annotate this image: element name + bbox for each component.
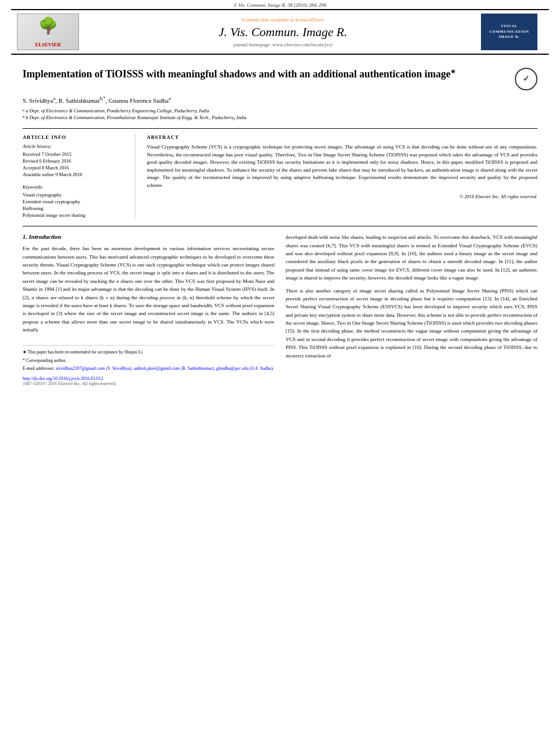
crossmark-icon: ✓ bbox=[523, 74, 530, 84]
paper-title: Implementation of TiOISSS with meaningfu… bbox=[23, 68, 450, 80]
author-affiliations: a a Dept. of Electronics & Communication… bbox=[23, 107, 537, 122]
keyword-2: Extended visual cryptography bbox=[23, 199, 126, 204]
article-info-label: ARTICLE INFO bbox=[23, 134, 126, 140]
elsevier-logo: 🌳 ELSEVIER bbox=[17, 14, 79, 50]
abstract-label: ABSTRACT bbox=[147, 134, 537, 140]
journal-title-text: J. Vis. Commun. Image R. bbox=[218, 25, 347, 39]
email3-text: gfsudha@pec.edu (G.F. Sudha). bbox=[216, 366, 274, 371]
intro-section-title: Introduction bbox=[29, 233, 61, 240]
visual-logo-line2: COMMUNICATION bbox=[489, 29, 530, 35]
revised-date: Revised 6 February 2016 bbox=[23, 158, 126, 164]
paper-authors: S. Srividhyaa, R. Sathishkumarb,*, Gnano… bbox=[23, 96, 537, 104]
elsevier-logo-area: 🌳 ELSEVIER bbox=[17, 14, 85, 50]
affiliation-2-text: b Dept. of Electronics & Communication, … bbox=[26, 114, 247, 121]
intro-heading: 1. Introduction bbox=[23, 233, 274, 240]
footnote-corresponding: * Corresponding author. bbox=[23, 357, 274, 364]
journal-title-area: Contents lists available at ScienceDirec… bbox=[85, 17, 481, 47]
received-date: Received 7 October 2015 bbox=[23, 151, 126, 157]
accepted-date: Accepted 8 March 2016 bbox=[23, 165, 126, 171]
elsevier-tree-icon: 🌳 bbox=[38, 16, 58, 35]
visual-communication-logo: VISUAL COMMUNICATION IMAGE R. bbox=[481, 14, 537, 50]
paper-title-text: Implementation of TiOISSS with meaningfu… bbox=[23, 68, 509, 81]
intro-paragraph3: There is also another category of image … bbox=[286, 287, 537, 360]
email1-text: srividhya2207@gmail.com (S. Srividhya), bbox=[56, 366, 133, 371]
abstract-column: ABSTRACT Visual Cryptography Scheme (VCS… bbox=[147, 134, 537, 219]
main-body: 1. Introduction For the past decade, the… bbox=[23, 226, 537, 386]
journal-header: 🌳 ELSEVIER Contents lists available at S… bbox=[11, 9, 549, 55]
abstract-text: Visual Cryptography Scheme (VCS) is a cr… bbox=[147, 143, 537, 189]
keywords-label: Keywords: bbox=[23, 184, 126, 190]
journal-main-title: J. Vis. Commun. Image R. bbox=[85, 25, 481, 40]
copyright-line: © 2016 Elsevier Inc. All rights reserved… bbox=[147, 194, 537, 199]
homepage-label: journal homepage: bbox=[233, 42, 271, 47]
sciencedirect-link: Contents lists available at ScienceDirec… bbox=[85, 17, 481, 23]
aff-sup-b: b bbox=[23, 114, 25, 120]
elsevier-text: ELSEVIER bbox=[35, 42, 61, 47]
keyword-1: Visual cryptography bbox=[23, 192, 126, 198]
visual-logo-line1: VISUAL bbox=[489, 24, 530, 29]
paper-title-section: Implementation of TiOISSS with meaningfu… bbox=[23, 63, 537, 121]
doi-text: http://dx.doi.org/10.1016/j.jvcir.2016.0… bbox=[23, 376, 103, 381]
email2-text: sathish.pkiet@gmail.com (R. Sathishkumar… bbox=[134, 366, 215, 371]
body-right-column: developed dealt with noise like shares, … bbox=[286, 233, 537, 386]
top-citation: J. Vis. Commun. Image R. 38 (2016) 284–2… bbox=[0, 0, 560, 9]
issn-text: 1047-3203/© 2016 Elsevier Inc. All right… bbox=[23, 381, 117, 386]
available-date: Available online 9 March 2016 bbox=[23, 172, 126, 177]
paper-content: Implementation of TiOISSS with meaningfu… bbox=[0, 55, 560, 395]
author-sup-a2: a bbox=[169, 96, 171, 101]
doi-line: http://dx.doi.org/10.1016/j.jvcir.2016.0… bbox=[23, 376, 274, 381]
article-info-abstract: ARTICLE INFO Article history: Received 7… bbox=[23, 128, 537, 219]
contents-label: Contents lists available at bbox=[242, 17, 294, 23]
intro-paragraph2: developed dealt with noise like shares, … bbox=[286, 233, 537, 282]
paper-title-container: Implementation of TiOISSS with meaningfu… bbox=[23, 68, 537, 90]
keywords-section: Keywords: Visual cryptography Extended v… bbox=[23, 184, 126, 218]
footnote-star: ★ This paper has been recommended for ac… bbox=[23, 349, 274, 355]
footnote-emails: E-mail addresses: srividhya2207@gmail.co… bbox=[23, 365, 274, 372]
intro-section-number: 1. bbox=[23, 233, 27, 240]
article-history-label: Article history: bbox=[23, 143, 126, 149]
article-info-column: ARTICLE INFO Article history: Received 7… bbox=[23, 134, 135, 219]
visual-logo-area: VISUAL COMMUNICATION IMAGE R. bbox=[481, 14, 543, 50]
visual-logo-line3: IMAGE R. bbox=[489, 34, 530, 40]
author-sup-a: a bbox=[53, 96, 55, 101]
affiliation-1-text: a Dept. of Electronics & Communication, … bbox=[26, 107, 209, 115]
title-star: ★ bbox=[450, 68, 456, 75]
affiliation-1: a a Dept. of Electronics & Communication… bbox=[23, 107, 537, 115]
issn-line: 1047-3203/© 2016 Elsevier Inc. All right… bbox=[23, 381, 274, 386]
star-note-text: ★ This paper has been recommended for ac… bbox=[23, 350, 143, 355]
footnotes-section: ★ This paper has been recommended for ac… bbox=[23, 345, 274, 386]
intro-paragraph1: For the past decade, there has been an e… bbox=[23, 244, 274, 334]
keyword-4: Polynomial image secret sharing bbox=[23, 212, 126, 218]
crossmark-logo: ✓ bbox=[515, 68, 537, 90]
aff-sup-a: a bbox=[23, 107, 25, 113]
homepage-url: www.elsevier.com/locate/jvci bbox=[273, 42, 333, 47]
corresponding-text: * Corresponding author. bbox=[23, 358, 67, 363]
journal-homepage: journal homepage: www.elsevier.com/locat… bbox=[85, 42, 481, 47]
keyword-3: Halftoning bbox=[23, 206, 126, 211]
author-sup-b: b,* bbox=[100, 96, 106, 101]
sciencedirect-label: ScienceDirect bbox=[295, 17, 323, 23]
email-label: E-mail addresses: bbox=[23, 366, 55, 371]
body-left-column: 1. Introduction For the past decade, the… bbox=[23, 233, 274, 386]
affiliation-2: b b Dept. of Electronics & Communication… bbox=[23, 114, 537, 121]
